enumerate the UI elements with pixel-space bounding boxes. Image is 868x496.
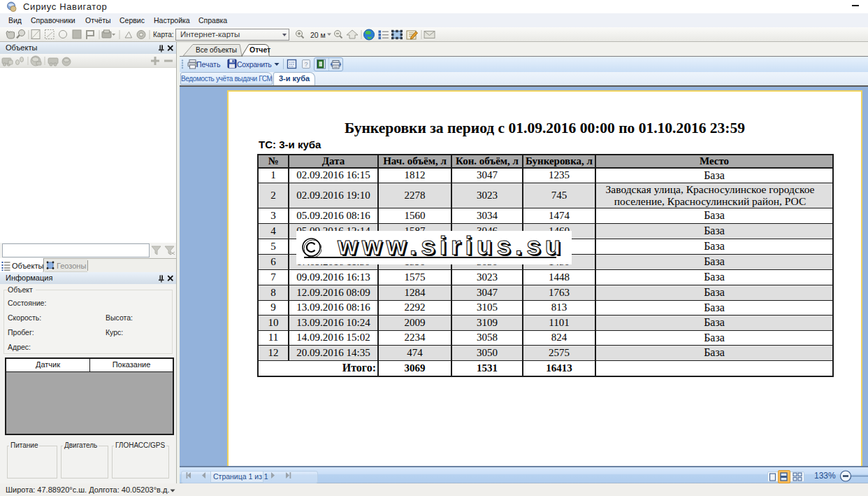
- svg-text:?: ?: [304, 61, 308, 68]
